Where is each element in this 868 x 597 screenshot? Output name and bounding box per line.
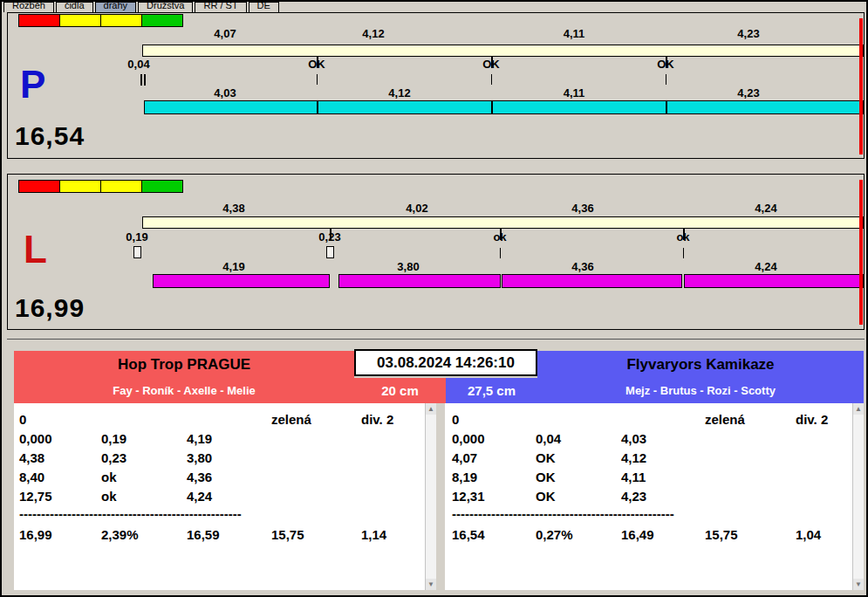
tab-drahy[interactable]: dráhy	[95, 2, 137, 12]
sensor-mark: ok	[657, 230, 709, 244]
progress-bar-dogs-l	[338, 274, 501, 288]
progress-bar-dogs-l	[502, 274, 682, 288]
cell: 1,14	[361, 527, 386, 542]
finish-line-strip	[859, 18, 863, 154]
cell: 16,49	[621, 527, 654, 542]
scroll-up-icon[interactable]: ▲	[426, 403, 436, 415]
table-row: 4,07 OK 4,12	[445, 450, 852, 470]
segment-tick	[317, 74, 318, 85]
table-row: 8,40 ok 4,36	[14, 470, 425, 489]
progress-bar-sensors-l	[142, 216, 864, 229]
cell: 8,40	[19, 470, 44, 484]
split-time: 4,23	[714, 27, 783, 40]
lane-panel-p: 4,07 4,12 4,11 4,23 0,04 OK OK OK 4,03 4…	[7, 12, 865, 159]
tab-rr-st[interactable]: RR / ST	[195, 2, 246, 12]
sensor-mark: ok	[474, 230, 526, 244]
separator-dashes: ----------------------------------------…	[452, 506, 696, 521]
tab-label: Rozběh	[12, 2, 45, 12]
cell: 0,04	[536, 431, 561, 446]
tab-druzstva[interactable]: Družstva	[138, 2, 193, 12]
cell: 16,54	[452, 527, 485, 542]
team-left-name: Hop Trop PRAGUE	[118, 356, 250, 374]
cell: 2,39%	[101, 527, 139, 542]
light-green-icon	[141, 180, 183, 193]
split-time: 4,12	[338, 27, 408, 40]
start-lights-l	[18, 180, 182, 193]
tab-rozbeh[interactable]: Rozběh	[3, 2, 54, 12]
cell: 16,99	[19, 527, 52, 542]
split-time: 4,23	[714, 86, 783, 100]
sensor-mark: OK	[639, 58, 692, 71]
cell: 4,38	[19, 450, 44, 465]
split-time: 4,11	[539, 27, 609, 40]
cell: 0,23	[101, 450, 126, 465]
progress-bar-sensors-p	[142, 45, 864, 57]
split-time: 4,38	[199, 202, 269, 215]
table-header-row: 0 zelená div. 2	[445, 412, 852, 431]
split-time: 4,24	[731, 260, 801, 273]
scoreboard: Hop Trop PRAGUE 03.08.2024 14:26:10 Flyv…	[7, 349, 865, 592]
table-row: 12,31 OK 4,23	[445, 489, 852, 508]
split-time: 4,03	[190, 86, 260, 100]
progress-bar-dogs-l	[153, 274, 330, 288]
split-time: 4,02	[382, 202, 452, 215]
bar-separator	[491, 100, 493, 114]
result-table-left: 0 zelená div. 2 0,000 0,19 4,19 4,38 0,2…	[14, 403, 436, 590]
cell: 4,03	[621, 431, 646, 446]
segment-tick	[683, 248, 684, 258]
cell: 4,23	[621, 489, 646, 504]
height-value: 20 cm	[381, 383, 419, 398]
segment-tick	[666, 74, 666, 85]
height-value: 27,5 cm	[468, 383, 516, 398]
lane-total-l: 16,99	[15, 295, 85, 321]
bar-separator	[317, 100, 318, 114]
cell: zelená	[705, 412, 745, 427]
table-row: 4,38 0,23 3,80	[14, 450, 425, 470]
light-green-icon	[141, 14, 183, 27]
sensor-mark: OK	[465, 58, 517, 71]
light-red-icon	[18, 14, 60, 27]
table-totals-row: 16,54 0,27% 16,49 15,75 1,04	[445, 527, 852, 546]
split-time: 4,36	[548, 202, 618, 215]
lane-panel-l: 4,38 4,02 4,36 4,24 0,19 0,23 ok ok 4,19…	[7, 174, 865, 330]
scrollbar-right-table[interactable]: ▲ ▼	[852, 403, 864, 590]
team-right-header: Flyvaryors Kamikaze	[537, 351, 864, 378]
cell: OK	[536, 450, 556, 465]
sensor-mark: 0,19	[111, 230, 163, 244]
light-yellow-icon	[59, 180, 101, 193]
tab-cidla[interactable]: čidla	[56, 2, 93, 12]
segment-tick	[500, 248, 501, 258]
team-left-members-bar: Fay - Roník - Axelle - Melie	[14, 378, 354, 403]
cell: 12,31	[452, 489, 485, 504]
tab-bar: Rozběh čidla dráhy Družstva RR / ST DE	[3, 2, 279, 12]
team-right-members: Mejz - Brutus - Rozi - Scotty	[625, 384, 776, 397]
cell: 1,04	[796, 527, 821, 542]
cell: div. 2	[796, 412, 828, 427]
split-time: 4,12	[365, 86, 434, 100]
tab-label: čidla	[65, 2, 85, 12]
light-yellow-icon	[100, 180, 142, 193]
table-row: 8,19 OK 4,11	[445, 470, 852, 489]
cell: OK	[536, 489, 556, 504]
cell: 16,59	[187, 527, 220, 542]
team-right-height: 27,5 cm	[446, 378, 537, 403]
cell: 0,27%	[536, 527, 573, 542]
scrollbar-left-table[interactable]: ▲ ▼	[425, 403, 436, 590]
cell: 8,19	[452, 470, 477, 484]
separator-dashes: ----------------------------------------…	[19, 506, 263, 521]
start-lights-p	[18, 14, 182, 27]
tab-label: Družstva	[147, 2, 184, 12]
scroll-down-icon[interactable]: ▼	[853, 579, 864, 590]
tab-de[interactable]: DE	[249, 2, 279, 12]
team-right-name: Flyvaryors Kamikaze	[626, 356, 774, 374]
cell: 4,36	[187, 470, 212, 484]
team-right-members-bar: Mejz - Brutus - Rozi - Scotty	[537, 378, 864, 403]
cell: 15,75	[271, 527, 304, 542]
tab-label: dráhy	[104, 2, 128, 12]
split-time: 3,80	[373, 260, 443, 273]
scroll-down-icon[interactable]: ▼	[426, 579, 436, 590]
sensor-mark: 0,23	[304, 230, 356, 244]
split-time: 4,07	[190, 27, 260, 40]
scroll-up-icon[interactable]: ▲	[853, 403, 864, 415]
light-red-icon	[18, 180, 60, 193]
